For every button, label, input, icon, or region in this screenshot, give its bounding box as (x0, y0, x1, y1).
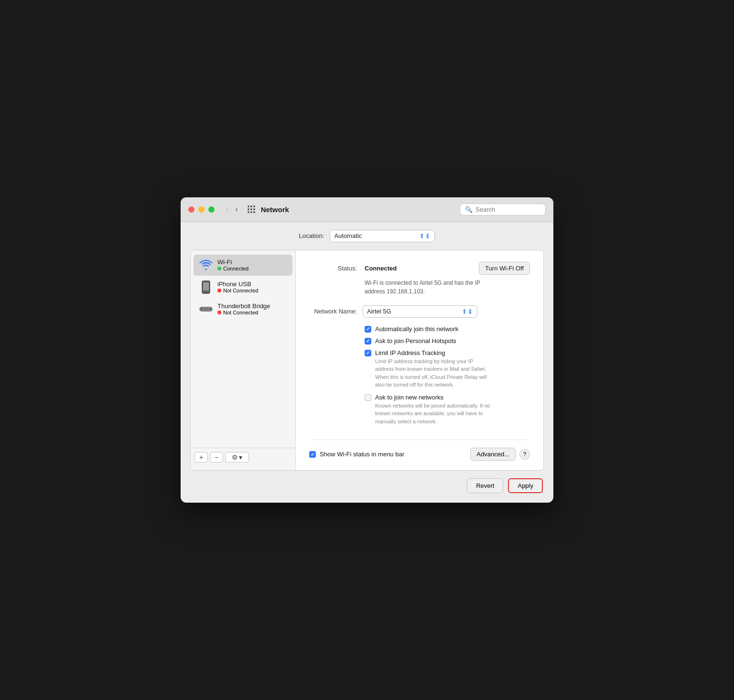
new-networks-desc: Known networks will be joined automatica… (375, 402, 530, 426)
network-name-row: Network Name: Airtel 5G ⬆⬇ (309, 305, 530, 318)
auto-join-label: Automatically join this network (375, 325, 458, 333)
network-arrows-icon: ⬆⬇ (462, 308, 473, 315)
location-value: Automatic (334, 232, 416, 239)
fullscreen-button[interactable] (208, 206, 215, 213)
footer-buttons: Revert Apply (190, 478, 544, 493)
new-networks-label: Ask to join new networks (375, 394, 443, 401)
wifi-icon (199, 258, 213, 272)
network-name-value: Airtel 5G (367, 308, 459, 315)
show-wifi-checkbox[interactable]: ✓ (309, 451, 316, 458)
sidebar-thunderbolt-status: Not Connected (217, 310, 270, 315)
location-label: Location: (299, 232, 324, 239)
checkbox-hotspots-container: ✓ Ask to join Personal Hotspots (365, 337, 530, 345)
limit-ip-desc: Limit IP address tracking by hiding your… (375, 357, 530, 389)
window-title: Network (261, 205, 289, 214)
detail-pane: Status: Connected Turn Wi-Fi Off Wi-Fi i… (296, 250, 543, 471)
hotspots-label: Ask to join Personal Hotspots (375, 337, 456, 345)
status-label: Status: (309, 265, 357, 272)
add-network-button[interactable]: + (194, 452, 208, 463)
sidebar-thunderbolt-text: Thunderbolt Bridge Not Connected (217, 302, 270, 315)
bottom-row: ✓ Show Wi-Fi status in menu bar Advanced… (309, 440, 530, 461)
checkbox-auto-join-container: ✓ Automatically join this network (365, 325, 530, 333)
show-wifi-label: Show Wi-Fi status in menu bar (320, 451, 404, 458)
new-networks-checkbox[interactable] (365, 394, 371, 401)
svg-rect-1 (203, 282, 209, 291)
apply-button[interactable]: Apply (508, 478, 543, 493)
checkmark-icon: ✓ (366, 338, 370, 344)
sidebar-item-thunderbolt[interactable]: Thunderbolt Bridge Not Connected (194, 299, 292, 320)
sidebar-item-iphone[interactable]: iPhone USB Not Connected (194, 277, 292, 298)
nav-buttons: ‹ › (224, 204, 240, 215)
traffic-lights (188, 206, 215, 213)
close-button[interactable] (188, 206, 194, 213)
search-icon: 🔍 (465, 206, 473, 213)
main-pane: Wi-Fi Connected (190, 250, 544, 471)
revert-button[interactable]: Revert (467, 478, 503, 493)
wifi-status-dot (217, 267, 221, 270)
checkmark-icon: ✓ (311, 452, 314, 457)
checkbox-auto-join-row: ✓ Automatically join this network (365, 325, 530, 333)
back-button[interactable]: ‹ (224, 204, 230, 215)
hotspots-checkbox[interactable]: ✓ (365, 338, 371, 345)
search-box[interactable]: 🔍 (460, 204, 546, 215)
sidebar-wifi-text: Wi-Fi Connected (217, 258, 248, 271)
minimize-button[interactable] (198, 206, 205, 213)
checkmark-icon: ✓ (366, 326, 370, 332)
sidebar-bottom: + − ⚙ ▾ (191, 448, 295, 466)
svg-point-2 (205, 291, 207, 292)
network-options-button[interactable]: ⚙ ▾ (225, 452, 249, 463)
iphone-icon (199, 280, 213, 294)
limit-ip-label: Limit IP Address Tracking (375, 349, 445, 356)
show-wifi-row: ✓ Show Wi-Fi status in menu bar (309, 451, 404, 458)
sidebar-wifi-status: Connected (217, 266, 248, 271)
thunderbolt-icon (199, 302, 213, 316)
svg-rect-3 (205, 281, 207, 282)
svg-rect-7 (203, 308, 209, 310)
network-preferences-window: ‹ › Network 🔍 Location: Automatic ⬆⬇ (181, 197, 553, 503)
titlebar: ‹ › Network 🔍 (181, 197, 553, 222)
checkbox-limit-ip-container: ✓ Limit IP Address Tracking Limit IP add… (365, 349, 530, 389)
sidebar-iphone-text: iPhone USB Not Connected (217, 280, 258, 293)
location-select[interactable]: Automatic ⬆⬇ (330, 230, 435, 242)
checkbox-hotspots-row: ✓ Ask to join Personal Hotspots (365, 337, 530, 345)
forward-button[interactable]: › (233, 204, 239, 215)
svg-point-6 (209, 308, 211, 310)
checkbox-limit-ip-row: ✓ Limit IP Address Tracking (365, 349, 530, 356)
network-name-label: Network Name: (309, 308, 357, 315)
limit-ip-checkbox[interactable]: ✓ (365, 350, 371, 356)
status-description: Wi-Fi is connected to Airtel 5G and has … (365, 279, 530, 296)
thunderbolt-status-dot (217, 311, 221, 314)
auto-join-checkbox[interactable]: ✓ (365, 326, 371, 333)
sidebar: Wi-Fi Connected (191, 250, 296, 471)
content-area: Location: Automatic ⬆⬇ (181, 222, 553, 503)
remove-network-button[interactable]: − (210, 452, 223, 463)
svg-point-5 (201, 308, 203, 310)
grid-icon[interactable] (248, 205, 255, 213)
help-button[interactable]: ? (519, 449, 530, 460)
bottom-actions: Advanced... ? (470, 448, 530, 461)
location-arrows-icon: ⬆⬇ (419, 232, 431, 240)
sidebar-wifi-name: Wi-Fi (217, 258, 248, 266)
checkbox-new-networks-container: Ask to join new networks Known networks … (365, 394, 530, 426)
checkmark-icon: ✓ (366, 350, 370, 355)
checkbox-group: ✓ Automatically join this network ✓ Ask … (365, 325, 530, 426)
status-value: Connected (365, 265, 397, 272)
status-row: Status: Connected Turn Wi-Fi Off (309, 262, 530, 275)
search-input[interactable] (475, 206, 540, 213)
sidebar-iphone-status: Not Connected (217, 288, 258, 293)
sidebar-item-wifi[interactable]: Wi-Fi Connected (194, 255, 292, 276)
sidebar-thunderbolt-name: Thunderbolt Bridge (217, 302, 270, 310)
turn-wifi-button[interactable]: Turn Wi-Fi Off (479, 262, 530, 275)
sidebar-iphone-name: iPhone USB (217, 280, 258, 288)
iphone-status-dot (217, 289, 221, 292)
location-bar: Location: Automatic ⬆⬇ (190, 230, 544, 242)
advanced-button[interactable]: Advanced... (470, 448, 516, 461)
network-name-select[interactable]: Airtel 5G ⬆⬇ (363, 305, 477, 318)
chevron-down-icon: ▾ (239, 453, 242, 461)
gear-icon: ⚙ (232, 453, 238, 461)
checkbox-new-networks-row: Ask to join new networks (365, 394, 530, 401)
